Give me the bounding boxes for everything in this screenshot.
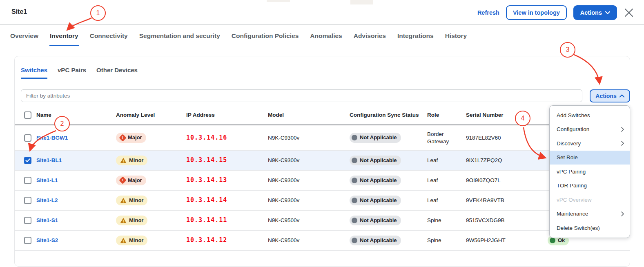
anomaly-label: Minor <box>129 237 143 244</box>
anomaly-label: Minor <box>129 217 143 224</box>
anomaly-badge: !Minor <box>116 236 147 246</box>
view-in-topology-button[interactable]: View in topology <box>506 5 567 20</box>
ip-address: 10.3.14.14 <box>186 196 268 205</box>
column-header-ip-address[interactable]: IP Address <box>186 112 268 119</box>
table-actions-label: Actions <box>595 93 616 99</box>
menu-item-delete-switches[interactable]: Delete Switch(es) <box>550 221 630 235</box>
sync-status-badge: Not Applicable <box>350 236 401 246</box>
menu-item-label: Set Role <box>557 154 578 160</box>
status-dot-icon <box>352 218 357 223</box>
menu-item-vpc-overview: vPC Overview <box>550 193 630 207</box>
table-row[interactable]: Site1-BGW1 !Major 10.3.14.16 N9K-C9300v … <box>15 125 630 151</box>
table-row[interactable]: Site1-L2 !Minor 10.3.14.14 N9K-C9300v No… <box>15 191 630 211</box>
subtab-switches[interactable]: Switches <box>21 67 47 79</box>
menu-item-label: Maintenance <box>557 211 588 217</box>
table-actions-button[interactable]: Actions <box>590 89 630 102</box>
close-icon[interactable] <box>624 7 634 18</box>
filter-input[interactable] <box>21 89 582 102</box>
switch-name-link[interactable]: Site1-S1 <box>36 217 58 223</box>
subtab-other-devices[interactable]: Other Devices <box>96 67 138 79</box>
table-row[interactable]: Site1-S1 !Minor 10.3.14.11 N9K-C9500v No… <box>15 211 630 231</box>
row-checkbox[interactable] <box>24 197 31 204</box>
site-details-panel: Site1 Refresh View in topology Actions O… <box>0 0 644 267</box>
switch-name-link[interactable]: Site1-S2 <box>36 237 58 243</box>
menu-item-label: Delete Switch(es) <box>557 225 600 231</box>
chevron-down-icon <box>605 11 610 14</box>
tab-connectivity[interactable]: Connectivity <box>89 25 128 46</box>
column-header-role[interactable]: Role <box>427 112 466 119</box>
tab-overview[interactable]: Overview <box>10 25 39 46</box>
sync-status-badge: Not Applicable <box>350 156 401 166</box>
row-checkbox[interactable] <box>24 157 31 164</box>
ip-address: 10.3.14.13 <box>186 176 268 185</box>
row-checkbox[interactable] <box>24 134 31 142</box>
minor-anomaly-icon: ! <box>120 218 127 223</box>
model: N9K-C9500v <box>268 237 350 244</box>
menu-item-configuration[interactable]: Configuration <box>550 122 630 137</box>
tab-inventory[interactable]: Inventory <box>49 25 79 46</box>
sync-status-label: Not Applicable <box>360 157 397 164</box>
column-header-config-sync-status[interactable]: Configuration Sync Status <box>350 112 427 119</box>
tab-anomalies[interactable]: Anomalies <box>310 25 342 46</box>
select-all-checkbox[interactable] <box>24 111 31 119</box>
row-checkbox[interactable] <box>24 237 31 244</box>
menu-item-label: Discovery <box>557 140 581 147</box>
sync-status-label: Not Applicable <box>360 134 397 141</box>
subtab-vpc-pairs[interactable]: vPC Pairs <box>58 67 86 79</box>
role: Leaf <box>427 197 466 204</box>
tab-configuration-policies[interactable]: Configuration Policies <box>231 25 299 46</box>
menu-item-vpc-pairing[interactable]: vPC Pairing <box>550 165 630 179</box>
switch-name-link[interactable]: Site1-L2 <box>36 197 58 203</box>
ip-address: 10.3.14.11 <box>186 216 268 225</box>
tab-integrations[interactable]: Integrations <box>397 25 434 46</box>
menu-item-maintenance[interactable]: Maintenance <box>550 207 630 221</box>
inventory-card: Switches vPC Pairs Other Devices Actions… <box>14 56 630 267</box>
column-header-name[interactable]: Name <box>36 112 116 119</box>
tab-advisories[interactable]: Advisories <box>353 25 386 46</box>
header-actions-button[interactable]: Actions <box>573 5 617 20</box>
table-row[interactable]: Site1-BL1 !Minor 10.3.14.15 N9K-C9300v N… <box>15 151 630 171</box>
header-actions-label: Actions <box>580 9 602 16</box>
annotation-step-1: 1 <box>90 5 106 21</box>
anomaly-label: Minor <box>129 157 143 164</box>
menu-item-tor-pairing[interactable]: TOR Pairing <box>550 179 630 193</box>
switch-name-link[interactable]: Site1-BGW1 <box>36 135 68 141</box>
table-row[interactable]: Site1-S2 !Minor 10.3.14.12 N9K-C9500v No… <box>15 231 630 251</box>
column-header-model[interactable]: Model <box>268 112 350 119</box>
anomaly-badge: !Minor <box>116 156 147 166</box>
minor-anomaly-icon: ! <box>120 238 127 243</box>
table-header-row: Name Anomaly Level IP Address Model Conf… <box>15 106 630 125</box>
ip-address: 10.3.14.16 <box>186 134 268 142</box>
annotation-step-4: 4 <box>515 111 530 126</box>
sync-status-badge: Not Applicable <box>350 216 401 226</box>
tab-segmentation-and-security[interactable]: Segmentation and security <box>139 25 221 46</box>
svg-text:!: ! <box>123 199 124 203</box>
tab-history[interactable]: History <box>445 25 467 46</box>
switch-name-link[interactable]: Site1-L1 <box>36 177 58 183</box>
column-header-serial-number[interactable]: Serial Number <box>466 112 548 119</box>
anomaly-label: Major <box>128 177 142 184</box>
refresh-link[interactable]: Refresh <box>477 9 499 16</box>
annotation-step-2: 2 <box>54 116 70 131</box>
model: N9K-C9300v <box>268 157 350 164</box>
menu-item-set-role[interactable]: Set Role <box>550 151 630 165</box>
menu-item-discovery[interactable]: Discovery <box>550 136 630 151</box>
column-header-anomaly-level[interactable]: Anomaly Level <box>116 112 186 119</box>
table-row[interactable]: Site1-L1 !Major 10.3.14.13 N9K-C9300v No… <box>15 171 630 191</box>
annotation-step-3: 3 <box>560 42 575 58</box>
anomaly-label: Major <box>128 134 142 141</box>
serial-number: 9187EL82V60 <box>466 134 548 142</box>
sync-status-badge: Not Applicable <box>350 133 401 143</box>
row-checkbox[interactable] <box>24 177 31 184</box>
row-checkbox[interactable] <box>24 217 31 224</box>
menu-item-label: vPC Pairing <box>557 169 586 175</box>
sync-status-label: Not Applicable <box>360 217 397 224</box>
menu-item-add-switches[interactable]: Add Switches <box>550 108 630 122</box>
anomaly-badge: !Minor <box>116 216 147 226</box>
menu-item-label: vPC Overview <box>557 197 592 203</box>
sync-status-label: Not Applicable <box>360 197 397 204</box>
switch-name-link[interactable]: Site1-BL1 <box>36 157 62 163</box>
chevron-right-icon <box>621 141 624 146</box>
status-dot-icon <box>352 178 357 183</box>
chevron-up-icon <box>619 94 624 98</box>
